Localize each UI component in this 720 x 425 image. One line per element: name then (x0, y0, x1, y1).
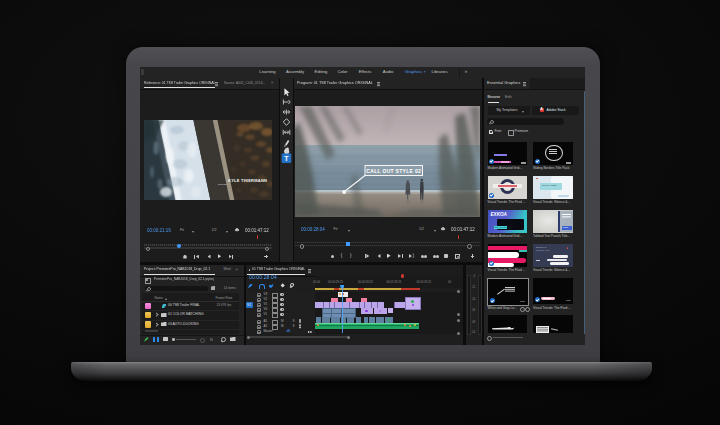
svg-text:CALL OUT STYLE 02: CALL OUT STYLE 02 (366, 168, 421, 174)
svg-text:SURFER: SURFER (218, 183, 227, 185)
svg-text:KYLE THIERMANN: KYLE THIERMANN (228, 178, 267, 183)
svg-text:T: T (284, 155, 289, 162)
